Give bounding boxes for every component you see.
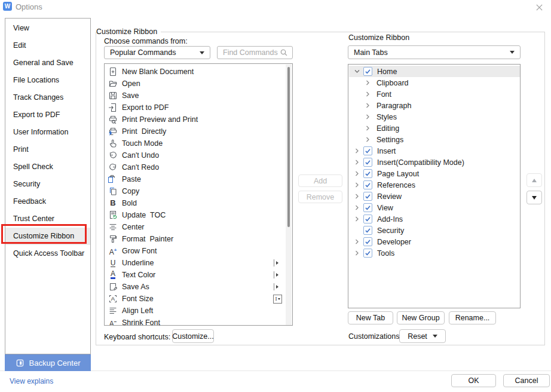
scrollbar-thumb[interactable] (287, 67, 290, 227)
tree-item-insert[interactable]: Insert (349, 145, 520, 157)
checkbox-checked[interactable] (363, 215, 372, 223)
tree-item-editing[interactable]: Editing (349, 122, 520, 134)
move-down-button[interactable] (526, 191, 542, 204)
checkbox-checked[interactable] (363, 226, 372, 235)
chevron-down-icon[interactable] (353, 68, 361, 76)
command-item[interactable]: Export to PDF (105, 102, 287, 114)
command-item[interactable]: A−Shrink Font (105, 317, 287, 326)
ribbon-tree[interactable]: HomeClipboardFontParagraphStylesEditingS… (348, 64, 521, 308)
sidebar-item-file-locations[interactable]: File Locations (5, 72, 90, 89)
command-item[interactable]: Paste (105, 173, 287, 185)
chevron-right-icon[interactable] (363, 113, 372, 121)
sidebar-item-edit[interactable]: Edit (5, 37, 90, 54)
command-item[interactable]: BBold (105, 197, 287, 209)
command-item[interactable]: Touch Mode (105, 137, 287, 149)
sidebar-item-print[interactable]: Print (5, 141, 90, 158)
rename-button[interactable]: Rename... (449, 311, 496, 324)
command-item[interactable]: Print Directly (105, 125, 287, 137)
checkbox-checked[interactable] (363, 67, 372, 76)
checkbox-checked[interactable] (363, 146, 372, 155)
command-item[interactable]: AFont SizeI (105, 293, 287, 305)
tree-item-security[interactable]: Security (349, 225, 520, 236)
tree-item-clipboard[interactable]: Clipboard (349, 77, 520, 88)
command-item[interactable]: Save (105, 90, 287, 102)
new-tab-button[interactable]: New Tab (348, 311, 393, 324)
ok-button[interactable]: OK (451, 374, 496, 387)
checkbox-checked[interactable] (363, 180, 372, 189)
chevron-right-icon[interactable] (363, 136, 372, 144)
checkbox-checked[interactable] (363, 169, 372, 178)
command-item[interactable]: Update TOC (105, 209, 287, 221)
tree-item-references[interactable]: References (349, 179, 520, 191)
tree-item-settings[interactable]: Settings (349, 134, 520, 145)
command-item[interactable]: Align Left (105, 305, 287, 317)
tree-item-add-ins[interactable]: Add-Ins (349, 213, 520, 225)
sidebar-item-trust-center[interactable]: Trust Center (5, 210, 90, 228)
checkbox-checked[interactable] (363, 158, 372, 167)
sidebar-item-spell-check[interactable]: Spell Check (5, 158, 90, 176)
command-item[interactable]: AText Color (105, 269, 287, 281)
sidebar-item-general-and-save[interactable]: General and Save (5, 54, 90, 72)
ribbon-tabs-dropdown[interactable]: Main Tabs (348, 45, 521, 59)
chevron-right-icon[interactable] (353, 204, 361, 212)
command-item[interactable]: Save As (105, 281, 287, 293)
command-item[interactable]: New Blank Document (105, 66, 287, 78)
close-icon[interactable] (532, 2, 546, 13)
sidebar-item-security[interactable]: Security (5, 176, 90, 193)
tree-item-review[interactable]: Review (349, 191, 520, 202)
reset-dropdown-button[interactable]: Reset (399, 329, 446, 343)
command-item[interactable]: Can't Undo (105, 149, 287, 161)
checkbox-checked[interactable] (363, 237, 372, 246)
chevron-right-icon[interactable] (353, 238, 361, 246)
view-explains-link[interactable]: View explains (10, 377, 53, 385)
commands-list[interactable]: A−Shrink FontAlign LeftAFont SizeISave A… (104, 63, 293, 326)
new-group-button[interactable]: New Group (397, 311, 445, 324)
chevron-right-icon[interactable] (353, 192, 361, 201)
sidebar-item-export-to-pdf[interactable]: Export to PDF (5, 106, 90, 124)
chevron-right-icon[interactable] (363, 79, 372, 87)
cancel-button[interactable]: Cancel (503, 374, 550, 387)
command-item[interactable]: Can't Redo (105, 161, 287, 173)
chevron-right-icon[interactable] (353, 170, 361, 178)
sidebar-item-user-information[interactable]: User Information (5, 124, 90, 141)
tree-item-insert-compatibility-mode-[interactable]: Insert(Compatibility Mode) (349, 157, 520, 168)
command-item[interactable]: Print Preview and Print (105, 114, 287, 125)
tree-item-view[interactable]: View (349, 202, 520, 213)
chevron-right-icon[interactable] (353, 181, 361, 189)
scrollbar-track[interactable] (286, 65, 292, 326)
sidebar-item-view[interactable]: View (5, 20, 90, 37)
chevron-right-icon[interactable] (353, 158, 361, 167)
sidebar-item-customize-ribbon[interactable]: Customize Ribbon (5, 228, 90, 245)
add-button[interactable]: Add (298, 174, 342, 187)
tree-item-developer[interactable]: Developer (349, 236, 520, 247)
chevron-right-icon[interactable] (363, 102, 372, 110)
tree-item-tools[interactable]: Tools (349, 247, 520, 259)
command-item[interactable]: Center (105, 221, 287, 233)
command-item[interactable]: UUnderline (105, 257, 287, 269)
chevron-right-icon[interactable] (353, 249, 361, 258)
commands-source-dropdown[interactable]: Popular Commands (104, 46, 210, 59)
chevron-right-icon[interactable] (353, 215, 361, 223)
checkbox-checked[interactable] (363, 192, 372, 201)
remove-button[interactable]: Remove (298, 191, 342, 203)
checkbox-checked[interactable] (363, 203, 372, 212)
command-item[interactable]: Format Painter (105, 233, 287, 245)
chevron-right-icon[interactable] (363, 90, 372, 99)
move-up-button[interactable] (526, 173, 542, 187)
command-item[interactable]: Open (105, 78, 287, 90)
tree-item-styles[interactable]: Styles (349, 111, 520, 122)
backup-center-button[interactable]: Backup Center (5, 354, 91, 371)
search-input[interactable] (222, 48, 280, 57)
checkbox-checked[interactable] (363, 249, 372, 258)
tree-item-home[interactable]: Home (349, 66, 520, 77)
find-commands-searchbox[interactable] (217, 46, 293, 59)
chevron-right-icon[interactable] (353, 147, 361, 155)
keyboard-customize-button[interactable]: Customize... (172, 329, 214, 343)
tree-item-page-layout[interactable]: Page Layout (349, 168, 520, 179)
command-item[interactable]: A+Grow Font (105, 245, 287, 257)
chevron-right-icon[interactable] (363, 124, 372, 133)
tree-item-font[interactable]: Font (349, 88, 520, 100)
sidebar-item-track-changes[interactable]: Track Changes (5, 89, 90, 106)
tree-item-paragraph[interactable]: Paragraph (349, 100, 520, 111)
sidebar-item-feedback[interactable]: Feedback (5, 193, 90, 210)
